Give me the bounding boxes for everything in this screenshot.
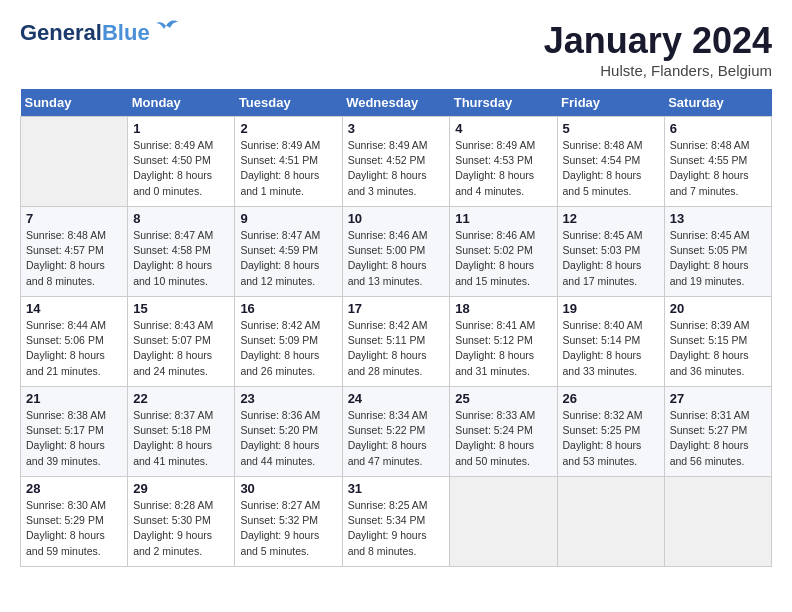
day-number: 28 bbox=[26, 481, 122, 496]
day-detail: Sunrise: 8:47 AM Sunset: 4:59 PM Dayligh… bbox=[240, 228, 336, 289]
day-number: 29 bbox=[133, 481, 229, 496]
header-wednesday: Wednesday bbox=[342, 89, 450, 117]
day-number: 16 bbox=[240, 301, 336, 316]
calendar-week-2: 7Sunrise: 8:48 AM Sunset: 4:57 PM Daylig… bbox=[21, 207, 772, 297]
day-detail: Sunrise: 8:39 AM Sunset: 5:15 PM Dayligh… bbox=[670, 318, 766, 379]
day-detail: Sunrise: 8:42 AM Sunset: 5:11 PM Dayligh… bbox=[348, 318, 445, 379]
calendar-cell: 24Sunrise: 8:34 AM Sunset: 5:22 PM Dayli… bbox=[342, 387, 450, 477]
day-number: 8 bbox=[133, 211, 229, 226]
day-detail: Sunrise: 8:41 AM Sunset: 5:12 PM Dayligh… bbox=[455, 318, 551, 379]
calendar-cell bbox=[21, 117, 128, 207]
header-saturday: Saturday bbox=[664, 89, 771, 117]
calendar-cell: 27Sunrise: 8:31 AM Sunset: 5:27 PM Dayli… bbox=[664, 387, 771, 477]
day-number: 1 bbox=[133, 121, 229, 136]
calendar-week-5: 28Sunrise: 8:30 AM Sunset: 5:29 PM Dayli… bbox=[21, 477, 772, 567]
day-number: 17 bbox=[348, 301, 445, 316]
day-number: 12 bbox=[563, 211, 659, 226]
day-number: 23 bbox=[240, 391, 336, 406]
calendar-cell: 4Sunrise: 8:49 AM Sunset: 4:53 PM Daylig… bbox=[450, 117, 557, 207]
day-detail: Sunrise: 8:48 AM Sunset: 4:54 PM Dayligh… bbox=[563, 138, 659, 199]
logo: General Blue bbox=[20, 20, 180, 46]
day-detail: Sunrise: 8:49 AM Sunset: 4:51 PM Dayligh… bbox=[240, 138, 336, 199]
calendar-cell: 11Sunrise: 8:46 AM Sunset: 5:02 PM Dayli… bbox=[450, 207, 557, 297]
day-number: 13 bbox=[670, 211, 766, 226]
day-number: 7 bbox=[26, 211, 122, 226]
calendar-header-row: SundayMondayTuesdayWednesdayThursdayFrid… bbox=[21, 89, 772, 117]
day-number: 6 bbox=[670, 121, 766, 136]
calendar-cell: 30Sunrise: 8:27 AM Sunset: 5:32 PM Dayli… bbox=[235, 477, 342, 567]
day-detail: Sunrise: 8:45 AM Sunset: 5:05 PM Dayligh… bbox=[670, 228, 766, 289]
calendar-week-1: 1Sunrise: 8:49 AM Sunset: 4:50 PM Daylig… bbox=[21, 117, 772, 207]
day-detail: Sunrise: 8:31 AM Sunset: 5:27 PM Dayligh… bbox=[670, 408, 766, 469]
calendar-cell: 18Sunrise: 8:41 AM Sunset: 5:12 PM Dayli… bbox=[450, 297, 557, 387]
day-number: 25 bbox=[455, 391, 551, 406]
day-number: 14 bbox=[26, 301, 122, 316]
location-subtitle: Hulste, Flanders, Belgium bbox=[544, 62, 772, 79]
day-number: 31 bbox=[348, 481, 445, 496]
calendar-cell: 19Sunrise: 8:40 AM Sunset: 5:14 PM Dayli… bbox=[557, 297, 664, 387]
day-number: 10 bbox=[348, 211, 445, 226]
calendar-cell: 22Sunrise: 8:37 AM Sunset: 5:18 PM Dayli… bbox=[128, 387, 235, 477]
title-block: January 2024 Hulste, Flanders, Belgium bbox=[544, 20, 772, 79]
month-title: January 2024 bbox=[544, 20, 772, 62]
calendar-cell: 26Sunrise: 8:32 AM Sunset: 5:25 PM Dayli… bbox=[557, 387, 664, 477]
calendar-cell bbox=[664, 477, 771, 567]
day-detail: Sunrise: 8:36 AM Sunset: 5:20 PM Dayligh… bbox=[240, 408, 336, 469]
day-number: 3 bbox=[348, 121, 445, 136]
calendar-week-3: 14Sunrise: 8:44 AM Sunset: 5:06 PM Dayli… bbox=[21, 297, 772, 387]
day-detail: Sunrise: 8:33 AM Sunset: 5:24 PM Dayligh… bbox=[455, 408, 551, 469]
calendar-cell: 8Sunrise: 8:47 AM Sunset: 4:58 PM Daylig… bbox=[128, 207, 235, 297]
calendar-cell: 5Sunrise: 8:48 AM Sunset: 4:54 PM Daylig… bbox=[557, 117, 664, 207]
calendar-cell: 13Sunrise: 8:45 AM Sunset: 5:05 PM Dayli… bbox=[664, 207, 771, 297]
day-number: 24 bbox=[348, 391, 445, 406]
day-number: 20 bbox=[670, 301, 766, 316]
day-number: 15 bbox=[133, 301, 229, 316]
day-detail: Sunrise: 8:48 AM Sunset: 4:57 PM Dayligh… bbox=[26, 228, 122, 289]
day-detail: Sunrise: 8:27 AM Sunset: 5:32 PM Dayligh… bbox=[240, 498, 336, 559]
day-detail: Sunrise: 8:46 AM Sunset: 5:02 PM Dayligh… bbox=[455, 228, 551, 289]
day-detail: Sunrise: 8:40 AM Sunset: 5:14 PM Dayligh… bbox=[563, 318, 659, 379]
day-detail: Sunrise: 8:42 AM Sunset: 5:09 PM Dayligh… bbox=[240, 318, 336, 379]
day-number: 2 bbox=[240, 121, 336, 136]
header-tuesday: Tuesday bbox=[235, 89, 342, 117]
day-detail: Sunrise: 8:49 AM Sunset: 4:52 PM Dayligh… bbox=[348, 138, 445, 199]
calendar-cell: 1Sunrise: 8:49 AM Sunset: 4:50 PM Daylig… bbox=[128, 117, 235, 207]
calendar-week-4: 21Sunrise: 8:38 AM Sunset: 5:17 PM Dayli… bbox=[21, 387, 772, 477]
calendar-cell: 12Sunrise: 8:45 AM Sunset: 5:03 PM Dayli… bbox=[557, 207, 664, 297]
calendar-cell bbox=[450, 477, 557, 567]
logo-bird-icon bbox=[152, 18, 180, 40]
calendar-cell bbox=[557, 477, 664, 567]
header-sunday: Sunday bbox=[21, 89, 128, 117]
day-detail: Sunrise: 8:47 AM Sunset: 4:58 PM Dayligh… bbox=[133, 228, 229, 289]
logo-general: General bbox=[20, 20, 102, 46]
calendar-cell: 3Sunrise: 8:49 AM Sunset: 4:52 PM Daylig… bbox=[342, 117, 450, 207]
calendar-cell: 16Sunrise: 8:42 AM Sunset: 5:09 PM Dayli… bbox=[235, 297, 342, 387]
day-detail: Sunrise: 8:25 AM Sunset: 5:34 PM Dayligh… bbox=[348, 498, 445, 559]
day-number: 11 bbox=[455, 211, 551, 226]
day-detail: Sunrise: 8:28 AM Sunset: 5:30 PM Dayligh… bbox=[133, 498, 229, 559]
day-detail: Sunrise: 8:32 AM Sunset: 5:25 PM Dayligh… bbox=[563, 408, 659, 469]
day-detail: Sunrise: 8:38 AM Sunset: 5:17 PM Dayligh… bbox=[26, 408, 122, 469]
calendar-cell: 10Sunrise: 8:46 AM Sunset: 5:00 PM Dayli… bbox=[342, 207, 450, 297]
day-number: 22 bbox=[133, 391, 229, 406]
logo-blue: Blue bbox=[102, 20, 150, 46]
day-detail: Sunrise: 8:43 AM Sunset: 5:07 PM Dayligh… bbox=[133, 318, 229, 379]
header-friday: Friday bbox=[557, 89, 664, 117]
calendar-cell: 20Sunrise: 8:39 AM Sunset: 5:15 PM Dayli… bbox=[664, 297, 771, 387]
day-detail: Sunrise: 8:46 AM Sunset: 5:00 PM Dayligh… bbox=[348, 228, 445, 289]
calendar-cell: 7Sunrise: 8:48 AM Sunset: 4:57 PM Daylig… bbox=[21, 207, 128, 297]
calendar-cell: 14Sunrise: 8:44 AM Sunset: 5:06 PM Dayli… bbox=[21, 297, 128, 387]
day-detail: Sunrise: 8:30 AM Sunset: 5:29 PM Dayligh… bbox=[26, 498, 122, 559]
calendar-cell: 2Sunrise: 8:49 AM Sunset: 4:51 PM Daylig… bbox=[235, 117, 342, 207]
day-detail: Sunrise: 8:34 AM Sunset: 5:22 PM Dayligh… bbox=[348, 408, 445, 469]
calendar-cell: 31Sunrise: 8:25 AM Sunset: 5:34 PM Dayli… bbox=[342, 477, 450, 567]
day-number: 5 bbox=[563, 121, 659, 136]
day-detail: Sunrise: 8:45 AM Sunset: 5:03 PM Dayligh… bbox=[563, 228, 659, 289]
day-detail: Sunrise: 8:37 AM Sunset: 5:18 PM Dayligh… bbox=[133, 408, 229, 469]
day-number: 9 bbox=[240, 211, 336, 226]
header-monday: Monday bbox=[128, 89, 235, 117]
day-number: 18 bbox=[455, 301, 551, 316]
day-number: 4 bbox=[455, 121, 551, 136]
calendar-cell: 17Sunrise: 8:42 AM Sunset: 5:11 PM Dayli… bbox=[342, 297, 450, 387]
calendar-cell: 25Sunrise: 8:33 AM Sunset: 5:24 PM Dayli… bbox=[450, 387, 557, 477]
